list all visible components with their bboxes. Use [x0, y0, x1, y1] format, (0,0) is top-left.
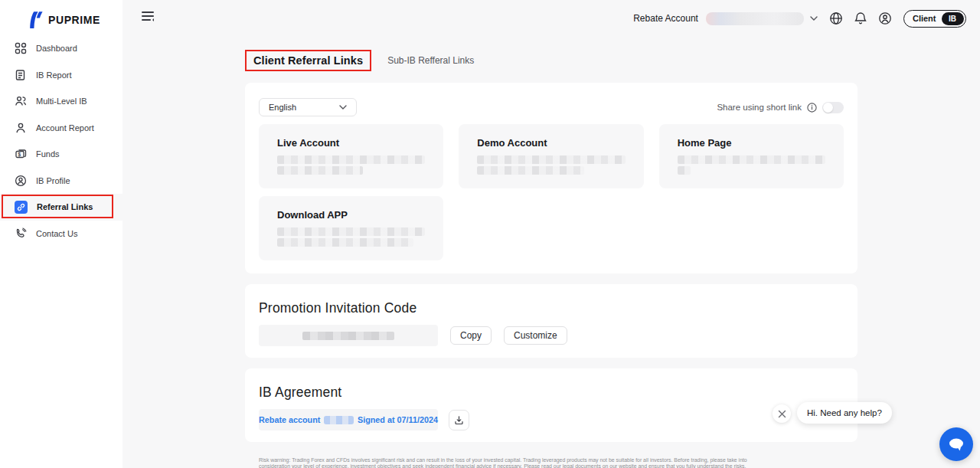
contact-us-icon [15, 227, 27, 240]
link-card-title: Home Page [678, 137, 825, 149]
sidebar-item-ib-report[interactable]: IB Report [0, 62, 122, 89]
language-select[interactable]: English [259, 98, 357, 116]
agreement-text-prefix: Rebate account [259, 415, 320, 424]
globe-icon[interactable] [829, 11, 843, 25]
link-url-redacted [678, 166, 691, 175]
promotion-code-card: Promotion Invitation Code Copy Customize [245, 284, 858, 358]
language-select-value: English [269, 103, 296, 112]
referral-tabs: Client Referral Links Sub-IB Refferal Li… [245, 50, 858, 71]
ib-agreement-card: IB Agreement Rebate account Signed at 07… [245, 368, 858, 442]
sidebar-collapse-icon[interactable] [142, 11, 154, 22]
sidebar-item-label: Multi-Level IB [36, 97, 87, 106]
tab-client-referral-links[interactable]: Client Referral Links [253, 54, 363, 67]
role-ib-badge[interactable]: IB [942, 12, 964, 25]
chat-bubble-icon [948, 437, 965, 452]
share-short-link-toggle[interactable] [822, 102, 844, 113]
link-card-demo-account: Demo Account [459, 124, 643, 188]
link-card-title: Download APP [277, 209, 425, 221]
chat-launcher-button[interactable] [939, 427, 973, 461]
tab-sub-ib-referral-links[interactable]: Sub-IB Refferal Links [387, 55, 474, 66]
role-client-label[interactable]: Client [913, 14, 936, 23]
account-number-redacted [706, 12, 804, 25]
svg-text:$: $ [18, 152, 21, 158]
sidebar-item-multi-level-ib[interactable]: Multi-Level IB [0, 88, 122, 115]
chevron-down-icon [339, 105, 347, 110]
sidebar-item-contact-us[interactable]: Contact Us [0, 221, 122, 247]
brand-name: PUPRIME [48, 14, 100, 26]
link-card-live-account: Live Account [259, 124, 443, 188]
link-url-redacted [477, 166, 583, 175]
sidebar-item-dashboard[interactable]: Dashboard [0, 35, 122, 62]
risk-warning: Risk warning: Trading Forex and CFDs inv… [245, 457, 858, 468]
dashboard-icon [15, 42, 27, 54]
link-url-redacted [277, 166, 363, 175]
sidebar-item-label: Contact Us [36, 229, 77, 238]
multi-level-ib-icon [15, 95, 27, 107]
puprime-logo-icon [28, 11, 43, 29]
download-agreement-button[interactable] [449, 410, 469, 430]
risk-warning-line2: consideration your level of experience, … [259, 463, 844, 468]
sidebar-item-label: Referral Links [37, 202, 93, 211]
sidebar-item-account-report[interactable]: Account Report [0, 115, 122, 142]
sidebar-nav: Dashboard IB Report Multi-Level IB [0, 35, 122, 247]
sidebar-item-label: Account Report [36, 123, 94, 133]
link-card-title: Demo Account [477, 137, 625, 149]
chat-widget: Hi. Need any help? [773, 398, 973, 461]
sidebar-item-label: IB Profile [36, 176, 70, 185]
sidebar-item-funds[interactable]: $ Funds [0, 141, 122, 168]
promotion-title: Promotion Invitation Code [259, 300, 844, 316]
link-url-redacted [277, 155, 425, 164]
risk-warning-line1: Risk warning: Trading Forex and CFDs inv… [259, 457, 844, 463]
link-card-title: Live Account [277, 137, 425, 149]
sidebar-item-referral-links[interactable]: Referral Links [0, 194, 122, 221]
user-icon[interactable] [878, 11, 892, 25]
referral-links-icon [15, 201, 28, 214]
sidebar: PUPRIME Dashboard IB Report [0, 0, 122, 468]
chat-tooltip: Hi. Need any help? [797, 402, 892, 424]
link-url-redacted [477, 155, 625, 164]
rebate-account-label: Rebate Account [633, 13, 698, 24]
bell-icon[interactable] [854, 11, 867, 25]
sidebar-item-ib-profile[interactable]: IB Profile [0, 168, 122, 195]
rebate-account-selector[interactable] [706, 12, 818, 25]
info-icon[interactable] [807, 103, 817, 113]
agreement-text-suffix: Signed at 07/11/2024 [358, 415, 438, 424]
role-toggle[interactable]: Client IB [903, 10, 966, 28]
funds-icon: $ [15, 148, 27, 160]
chevron-down-icon [810, 16, 818, 21]
download-icon [454, 415, 464, 425]
customize-button[interactable]: Customize [504, 326, 567, 345]
close-icon [778, 410, 786, 418]
link-url-redacted [277, 227, 425, 236]
ib-profile-icon [15, 175, 27, 187]
chat-close-button[interactable] [773, 404, 791, 423]
header-right: Rebate Account Client IB [633, 8, 966, 29]
annotation-client-tab: Client Referral Links [245, 50, 371, 71]
referral-links-grid: Live Account Demo Account Home Page Down… [259, 124, 844, 260]
brand-logo[interactable]: PUPRIME [0, 0, 122, 31]
agreement-account-redacted [324, 416, 354, 424]
agreement-title: IB Agreement [259, 385, 844, 401]
report-icon [15, 69, 27, 81]
account-report-icon [15, 122, 27, 134]
sidebar-item-label: Funds [36, 149, 60, 159]
promotion-code-redacted [302, 332, 394, 340]
promotion-code-box [259, 325, 438, 346]
link-card-home-page: Home Page [659, 124, 844, 188]
sidebar-item-label: Dashboard [36, 44, 77, 53]
copy-button[interactable]: Copy [450, 326, 492, 345]
share-short-link-label: Share using short link [717, 103, 802, 112]
link-url-redacted [678, 155, 825, 164]
link-url-redacted [277, 238, 413, 247]
referral-links-card: English Share using short link Live Acco… [245, 83, 858, 273]
sidebar-item-label: IB Report [36, 70, 71, 80]
link-card-download-app: Download APP [259, 196, 443, 260]
agreement-link[interactable]: Rebate account Signed at 07/11/2024 [259, 409, 438, 430]
